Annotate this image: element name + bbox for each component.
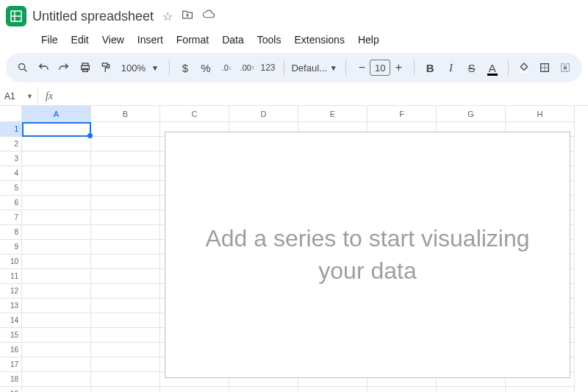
cell[interactable] xyxy=(22,137,91,152)
row-header[interactable]: 12 xyxy=(0,284,22,299)
row-header[interactable]: 10 xyxy=(0,254,22,269)
column-header[interactable]: B xyxy=(91,106,160,122)
menu-insert[interactable]: Insert xyxy=(132,31,169,49)
cell[interactable] xyxy=(91,181,160,196)
cell[interactable] xyxy=(22,328,91,343)
menu-data[interactable]: Data xyxy=(216,31,250,49)
cell[interactable] xyxy=(22,166,91,181)
cell[interactable] xyxy=(91,166,160,181)
text-color-button[interactable]: A xyxy=(484,58,501,77)
cell[interactable] xyxy=(506,387,575,392)
row-header[interactable]: 11 xyxy=(0,269,22,284)
cell[interactable] xyxy=(91,196,160,210)
cell[interactable] xyxy=(91,387,160,392)
cell[interactable] xyxy=(22,387,91,392)
print-icon[interactable] xyxy=(76,58,93,77)
cell[interactable] xyxy=(22,181,91,196)
cloud-status-icon[interactable] xyxy=(202,10,215,24)
cell[interactable] xyxy=(91,122,160,137)
row-header[interactable]: 4 xyxy=(0,166,22,181)
row-header[interactable]: 13 xyxy=(0,299,22,313)
menu-format[interactable]: Format xyxy=(171,31,215,49)
sheets-logo[interactable] xyxy=(6,6,26,26)
doc-title[interactable]: Untitled spreadsheet xyxy=(32,9,154,24)
row-header[interactable]: 15 xyxy=(0,328,22,343)
menu-edit[interactable]: Edit xyxy=(65,31,95,49)
cell[interactable] xyxy=(22,269,91,284)
redo-icon[interactable] xyxy=(56,58,72,77)
cell[interactable] xyxy=(91,137,160,152)
menu-tools[interactable]: Tools xyxy=(251,31,287,49)
star-icon[interactable]: ☆ xyxy=(162,10,173,24)
currency-button[interactable]: $ xyxy=(177,58,193,77)
cell[interactable] xyxy=(22,313,91,328)
italic-button[interactable]: I xyxy=(442,58,459,77)
cell[interactable] xyxy=(91,343,160,357)
cell[interactable] xyxy=(22,210,91,225)
cell[interactable] xyxy=(368,387,437,392)
merge-cells-button[interactable] xyxy=(557,58,573,77)
cell[interactable] xyxy=(22,357,91,372)
cell[interactable] xyxy=(22,196,91,210)
cell[interactable] xyxy=(91,357,160,372)
formula-bar[interactable] xyxy=(60,87,588,105)
undo-icon[interactable] xyxy=(35,58,51,77)
cell[interactable] xyxy=(22,299,91,313)
cell[interactable] xyxy=(91,313,160,328)
menu-help[interactable]: Help xyxy=(352,31,385,49)
row-header[interactable]: 18 xyxy=(0,372,22,387)
row-header[interactable]: 5 xyxy=(0,181,22,196)
cell[interactable] xyxy=(91,254,160,269)
percent-button[interactable]: % xyxy=(198,58,214,77)
number-format-button[interactable]: 123 xyxy=(259,58,276,77)
font-size-decrease[interactable]: − xyxy=(354,61,370,74)
zoom-select[interactable]: 100%▼ xyxy=(118,63,162,74)
increase-decimal-button[interactable]: .00↑ xyxy=(239,58,255,77)
column-header[interactable]: G xyxy=(437,106,506,122)
row-header[interactable]: 14 xyxy=(0,313,22,328)
cell[interactable] xyxy=(22,152,91,166)
decrease-decimal-button[interactable]: .0↓ xyxy=(218,58,234,77)
cell[interactable] xyxy=(91,210,160,225)
column-header[interactable]: H xyxy=(506,106,575,122)
column-header[interactable]: F xyxy=(368,106,437,122)
cell[interactable] xyxy=(298,387,368,392)
menu-extensions[interactable]: Extensions xyxy=(288,31,350,49)
name-box[interactable]: A1▼ xyxy=(0,87,38,105)
select-all-corner[interactable] xyxy=(0,106,22,122)
row-header[interactable]: 19 xyxy=(0,387,22,392)
chart-placeholder[interactable]: Add a series to start visualizing your d… xyxy=(165,132,570,378)
column-header[interactable]: C xyxy=(160,106,229,122)
column-header[interactable]: D xyxy=(229,106,298,122)
row-header[interactable]: 16 xyxy=(0,343,22,357)
cell[interactable] xyxy=(91,152,160,166)
column-header[interactable]: A xyxy=(22,106,91,122)
cell[interactable] xyxy=(91,269,160,284)
move-icon[interactable] xyxy=(182,10,193,24)
cell[interactable] xyxy=(22,122,91,137)
cell[interactable] xyxy=(91,372,160,387)
cell[interactable] xyxy=(22,225,91,240)
strikethrough-button[interactable]: S xyxy=(463,58,479,77)
cell[interactable] xyxy=(22,240,91,254)
row-header[interactable]: 3 xyxy=(0,152,22,166)
cell[interactable] xyxy=(91,284,160,299)
row-header[interactable]: 9 xyxy=(0,240,22,254)
row-header[interactable]: 8 xyxy=(0,225,22,240)
fill-color-button[interactable] xyxy=(516,58,532,77)
row-header[interactable]: 17 xyxy=(0,357,22,372)
cell[interactable] xyxy=(437,387,506,392)
cell[interactable] xyxy=(22,343,91,357)
cell[interactable] xyxy=(22,284,91,299)
cell[interactable] xyxy=(91,299,160,313)
font-size-increase[interactable]: + xyxy=(390,61,406,74)
cell[interactable] xyxy=(160,387,229,392)
cell[interactable] xyxy=(22,372,91,387)
search-icon[interactable] xyxy=(15,58,31,77)
column-header[interactable]: E xyxy=(298,106,368,122)
menu-file[interactable]: File xyxy=(35,31,64,49)
row-header[interactable]: 6 xyxy=(0,196,22,210)
row-header[interactable]: 2 xyxy=(0,137,22,152)
cell[interactable] xyxy=(91,225,160,240)
bold-button[interactable]: B xyxy=(422,58,438,77)
